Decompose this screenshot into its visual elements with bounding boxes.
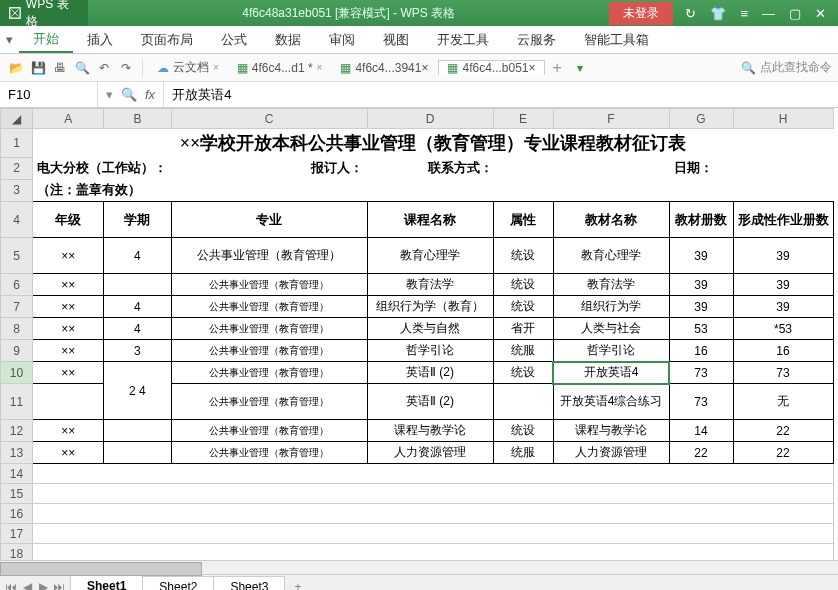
sheet-title[interactable]: ××学校开放本科公共事业管理（教育管理）专业课程教材征订表 — [33, 129, 834, 158]
cell[interactable] — [104, 274, 171, 296]
menu-dev[interactable]: 开发工具 — [423, 26, 503, 53]
col-header-B[interactable]: B — [104, 109, 171, 129]
col-header-C[interactable]: C — [171, 109, 367, 129]
menu-cloud[interactable]: 云服务 — [503, 26, 570, 53]
print-icon[interactable]: 🖶 — [50, 58, 70, 78]
name-box[interactable]: F10 — [0, 82, 98, 107]
row-header[interactable]: 11 — [1, 384, 33, 420]
cell[interactable] — [33, 504, 834, 524]
info-orderer[interactable]: 报订人： — [171, 157, 367, 179]
cell[interactable]: *53 — [733, 318, 833, 340]
row-header[interactable]: 12 — [1, 420, 33, 442]
cell[interactable] — [33, 384, 104, 420]
sheet-tab-2[interactable]: Sheet2 — [142, 576, 214, 591]
tab-doc-1[interactable]: ▦ 4f6c4...d1 * × — [229, 61, 331, 75]
col-header-G[interactable]: G — [669, 109, 733, 129]
row-header[interactable]: 3 — [1, 179, 33, 202]
cell[interactable]: 省开 — [493, 318, 553, 340]
horizontal-scrollbar[interactable] — [0, 560, 838, 574]
cell[interactable]: 39 — [733, 296, 833, 318]
cell[interactable]: 教育心理学 — [367, 238, 493, 274]
cell[interactable]: 哲学引论 — [367, 340, 493, 362]
menu-smart[interactable]: 智能工具箱 — [570, 26, 663, 53]
cell[interactable] — [493, 384, 553, 420]
nav-prev-icon[interactable]: ◀ — [20, 580, 34, 591]
cell[interactable]: 统设 — [493, 274, 553, 296]
th-attr[interactable]: 属性 — [493, 202, 553, 238]
nav-last-icon[interactable]: ⏭ — [52, 580, 66, 591]
cell[interactable]: 4 — [104, 296, 171, 318]
sheet-tab-1[interactable]: Sheet1 — [70, 575, 143, 590]
cell[interactable]: ×× — [33, 296, 104, 318]
cell[interactable]: 22 — [669, 442, 733, 464]
row-header[interactable]: 16 — [1, 504, 33, 524]
cell[interactable]: 22 — [733, 420, 833, 442]
cell[interactable]: 统设 — [493, 362, 553, 384]
print-preview-icon[interactable]: 🔍 — [72, 58, 92, 78]
cell[interactable]: 4 — [104, 238, 171, 274]
cell[interactable]: 公共事业管理（教育管理） — [171, 362, 367, 384]
cell[interactable]: ×× — [33, 442, 104, 464]
cell[interactable]: 统设 — [493, 238, 553, 274]
tab-cloud-doc[interactable]: ☁ 云文档 × — [149, 59, 227, 76]
cell[interactable] — [104, 442, 171, 464]
minimize-icon[interactable]: — — [762, 6, 775, 21]
col-header-A[interactable]: A — [33, 109, 104, 129]
cell[interactable]: 英语Ⅱ (2) — [367, 384, 493, 420]
th-grade[interactable]: 年级 — [33, 202, 104, 238]
cell[interactable]: 教育法学 — [367, 274, 493, 296]
cell[interactable]: 英语Ⅱ (2) — [367, 362, 493, 384]
cell[interactable] — [104, 420, 171, 442]
sheet-tab-3[interactable]: Sheet3 — [213, 576, 285, 591]
cell[interactable]: 公共事业管理（教育管理） — [171, 318, 367, 340]
save-icon[interactable]: 💾 — [28, 58, 48, 78]
row-header[interactable]: 6 — [1, 274, 33, 296]
row-header[interactable]: 14 — [1, 464, 33, 484]
add-sheet-button[interactable]: + — [284, 580, 311, 591]
menu-insert[interactable]: 插入 — [73, 26, 127, 53]
row-header[interactable]: 9 — [1, 340, 33, 362]
row-header[interactable]: 7 — [1, 296, 33, 318]
cell[interactable]: 73 — [733, 362, 833, 384]
nav-first-icon[interactable]: ⏮ — [4, 580, 18, 591]
undo-icon[interactable]: ↶ — [94, 58, 114, 78]
selected-cell[interactable]: 开放英语4 — [553, 362, 669, 384]
cell[interactable]: ×× — [33, 420, 104, 442]
row-header[interactable]: 10 — [1, 362, 33, 384]
cell[interactable]: 课程与教学论 — [553, 420, 669, 442]
col-header-E[interactable]: E — [493, 109, 553, 129]
cell[interactable]: ×× — [33, 340, 104, 362]
cell[interactable]: 统服 — [493, 442, 553, 464]
info-date[interactable]: 日期： — [553, 157, 833, 179]
menu-view[interactable]: 视图 — [369, 26, 423, 53]
cell[interactable]: 人力资源管理 — [367, 442, 493, 464]
maximize-icon[interactable]: ▢ — [789, 6, 801, 21]
cell[interactable]: 公共事业管理（教育管理） — [171, 420, 367, 442]
cell[interactable]: 组织行为学 — [553, 296, 669, 318]
cell[interactable]: 39 — [669, 238, 733, 274]
cell[interactable]: 73 — [669, 362, 733, 384]
th-form[interactable]: 形成性作业册数 — [733, 202, 833, 238]
cell[interactable]: 哲学引论 — [553, 340, 669, 362]
command-search[interactable]: 🔍 点此查找命令 — [741, 59, 832, 76]
fx-label[interactable]: fx — [145, 87, 155, 102]
tab-close-icon[interactable]: × — [317, 62, 323, 73]
cell[interactable]: 教育心理学 — [553, 238, 669, 274]
cell[interactable]: 公共事业管理（教育管理） — [171, 296, 367, 318]
th-course[interactable]: 课程名称 — [367, 202, 493, 238]
select-all-corner[interactable]: ◢ — [1, 109, 33, 129]
cell[interactable]: 人力资源管理 — [553, 442, 669, 464]
cell[interactable]: 16 — [669, 340, 733, 362]
menu-formula[interactable]: 公式 — [207, 26, 261, 53]
cell[interactable]: 公共事业管理（教育管理） — [171, 384, 367, 420]
cell[interactable] — [33, 484, 834, 504]
info-contact[interactable]: 联系方式： — [367, 157, 553, 179]
cell[interactable]: 4 — [104, 318, 171, 340]
skin-icon[interactable]: 👕 — [710, 6, 726, 21]
cell[interactable]: ×× — [33, 274, 104, 296]
tab-doc-2[interactable]: ▦ 4f6c4...3941× — [332, 61, 436, 75]
fx-dropdown-icon[interactable]: ▾ — [106, 87, 113, 102]
cell[interactable]: 教育法学 — [553, 274, 669, 296]
cell[interactable]: 22 — [733, 442, 833, 464]
cell[interactable]: 16 — [733, 340, 833, 362]
